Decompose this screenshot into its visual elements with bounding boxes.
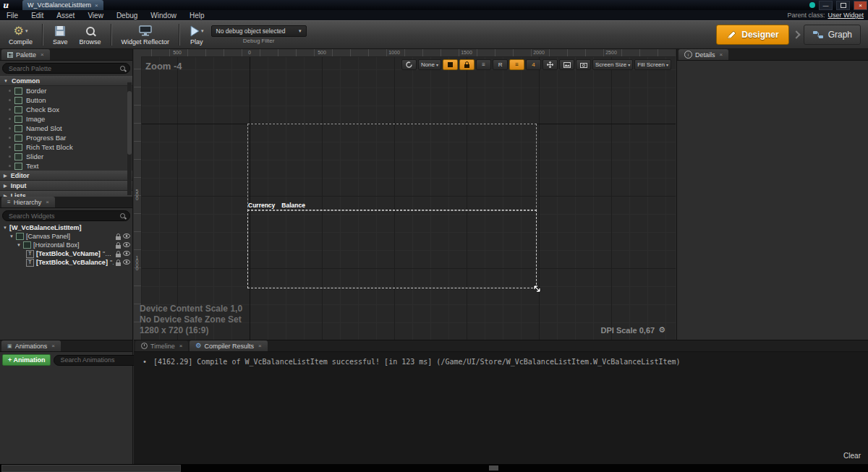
screenshot-button[interactable] (576, 59, 591, 70)
scrollbar-thumb[interactable] (127, 91, 132, 155)
close-icon[interactable]: × (46, 199, 49, 205)
add-animation-button[interactable]: + Animation (2, 354, 51, 366)
palette-item-named-slot[interactable]: Named Slot (0, 124, 132, 133)
parent-class-value[interactable]: User Widget (827, 12, 864, 19)
debug-filter-group: No debug object selected ▾ Debug Filter (211, 25, 307, 44)
transform-mode-button[interactable] (542, 59, 558, 70)
hierarchy-row-horizontal-box[interactable]: ▼ [Horizontal Box] (0, 241, 132, 249)
hierarchy-row-textblock-vcbalance[interactable]: T [TextBlock_VcBalance] "Balance (0, 258, 132, 267)
show-guides-button[interactable]: ≡ (509, 59, 524, 70)
palette-item-checkbox[interactable]: Check Box (0, 105, 132, 114)
close-icon[interactable]: × (179, 343, 183, 349)
palette-scrollbar[interactable] (127, 82, 132, 195)
hierarchy-search-input[interactable] (7, 212, 120, 220)
menu-debug[interactable]: Debug (110, 12, 144, 20)
tab-animations[interactable]: ▣ Animations × (1, 340, 61, 351)
close-icon[interactable]: × (51, 343, 55, 349)
palette-group-common[interactable]: ▼ Common (0, 76, 132, 86)
minimize-button[interactable]: — (819, 1, 833, 10)
chevron-down-icon: ▾ (299, 28, 302, 34)
text-widget-icon (14, 163, 22, 170)
menu-edit[interactable]: Edit (25, 12, 50, 20)
grid-snap-size-button[interactable]: 4 (526, 59, 541, 70)
toggle-background-button[interactable] (443, 59, 458, 70)
widget-reflector-button[interactable]: Widget Reflector (116, 22, 176, 48)
maximize-button[interactable] (836, 1, 850, 10)
lock-icon[interactable] (116, 233, 121, 240)
balance-text-widget[interactable]: Balance (281, 202, 305, 209)
debug-object-select[interactable]: No debug object selected ▾ (211, 25, 307, 37)
currency-text-widget[interactable]: Currency (248, 202, 275, 209)
browse-button[interactable]: Browse (74, 22, 107, 48)
menu-asset[interactable]: Asset (50, 12, 81, 20)
resize-handle[interactable] (532, 284, 542, 295)
designer-canvas[interactable]: 500 0 500 1000 1500 2000 2500 500 1000 Z… (134, 49, 676, 340)
compile-button[interactable]: ⚙ ▾ Compile (3, 22, 38, 48)
screen-size-dropdown[interactable]: Screen Size ▾ (592, 59, 633, 70)
selected-widget-outline[interactable] (247, 210, 537, 288)
menu-file[interactable]: File (0, 12, 25, 20)
designer-mode-button[interactable]: Designer (716, 25, 788, 45)
save-button[interactable]: Save (47, 22, 74, 48)
menu-view[interactable]: View (81, 12, 110, 20)
tab-palette[interactable]: Palette × (1, 49, 50, 60)
tab-details[interactable]: i Details × (678, 49, 728, 60)
lock-icon[interactable] (116, 251, 121, 257)
tab-timeline[interactable]: Timeline × (135, 340, 188, 351)
widget-preview-text[interactable]: Currency Balance (248, 202, 305, 209)
close-tab-icon[interactable]: × (95, 2, 98, 9)
menu-help[interactable]: Help (183, 12, 211, 20)
palette-group-editor[interactable]: ▶ Editor (0, 171, 132, 181)
palette-item-button[interactable]: Button (0, 95, 132, 105)
palette-search-input[interactable] (7, 64, 120, 73)
design-area-outline[interactable] (247, 124, 537, 211)
preview-image-button[interactable] (559, 59, 574, 70)
compiler-icon: ⚙ (195, 343, 201, 349)
eye-icon[interactable] (123, 242, 130, 247)
palette-item-border[interactable]: Border (0, 86, 132, 95)
close-icon[interactable]: × (258, 343, 262, 349)
menu-window[interactable]: Window (144, 12, 183, 20)
palette-item-slider[interactable]: Slider (0, 152, 132, 161)
expander-down-icon[interactable]: ▼ (3, 226, 7, 230)
palette-item-rich-text-block[interactable]: Rich Text Block (0, 142, 132, 152)
palette-item-image[interactable]: Image (0, 114, 132, 124)
tab-compiler-results[interactable]: ⚙ Compiler Results × (190, 340, 267, 351)
palette-group-input[interactable]: ▶ Input (0, 181, 132, 191)
lock-widgets-button[interactable] (459, 59, 475, 70)
document-tab[interactable]: W_VcBalanceListItem × (22, 0, 103, 10)
lock-icon[interactable] (116, 259, 121, 266)
search-icon (120, 213, 125, 218)
preview-flag-button[interactable]: None ▾ (418, 59, 441, 70)
hierarchy-tab-label: Hierarchy (14, 199, 42, 206)
graph-mode-button[interactable]: Graph (804, 25, 861, 45)
hierarchy-row-root[interactable]: ▼ [W_VcBalanceListItem] (0, 223, 132, 232)
fill-screen-dropdown[interactable]: Fill Screen ▾ (634, 59, 671, 70)
gear-icon[interactable]: ⚙ (658, 325, 665, 335)
taskbar-window-button[interactable] (1, 465, 181, 472)
tab-hierarchy[interactable]: ≡ Hierarchy × (1, 197, 55, 207)
eye-icon[interactable] (123, 251, 130, 256)
taskbar-tray-item[interactable] (489, 465, 498, 471)
close-icon[interactable]: × (41, 51, 44, 58)
palette-item-progress-bar[interactable]: Progress Bar (0, 133, 132, 142)
close-icon[interactable]: × (720, 51, 723, 58)
clear-button[interactable]: Clear (843, 452, 861, 460)
expander-down-icon[interactable]: ▼ (17, 243, 21, 247)
play-button[interactable]: ▾ Play (184, 22, 210, 48)
respect-locks-button[interactable]: R (493, 59, 508, 70)
eye-icon[interactable] (123, 233, 130, 239)
palette-item-label: Rich Text Block (26, 143, 73, 151)
play-dropdown-icon[interactable]: ▾ (201, 28, 204, 34)
close-window-button[interactable]: × (854, 1, 867, 10)
expander-down-icon[interactable]: ▼ (9, 234, 14, 239)
compile-dropdown-icon[interactable]: ▾ (25, 28, 28, 34)
compiler-log-line[interactable]: • [4162.29] Compile of W_VcBalanceListIt… (142, 358, 681, 366)
show-outlines-button[interactable]: ≡ (476, 59, 491, 70)
hierarchy-row-canvas-panel[interactable]: ▼ [Canvas Panel] (0, 232, 132, 241)
hierarchy-row-textblock-vcname[interactable]: T [TextBlock_VcName] "Currency (0, 249, 132, 258)
eye-icon[interactable] (123, 259, 130, 265)
palette-item-text[interactable]: Text (0, 161, 132, 171)
lock-icon[interactable] (116, 242, 121, 249)
localization-preview-button[interactable] (401, 59, 417, 70)
